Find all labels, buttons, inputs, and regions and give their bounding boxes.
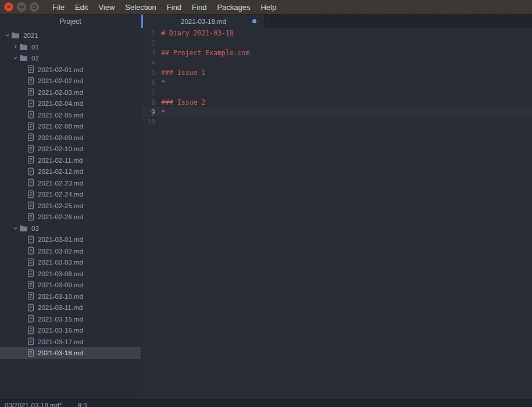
tree-item-2021-02-03-md[interactable]: 2021-02-03.md [0,87,141,98]
tree-item-2021-02-05-md[interactable]: 2021-02-05.md [0,109,141,121]
editor-line-4[interactable]: 4 [141,58,532,67]
tree-item-2021-03-01-md[interactable]: 2021-03-01.md [0,234,141,245]
tree-item-2021-02-11-md[interactable]: 2021-02-11.md [0,155,141,166]
tree-item-label: 2021-02-11.md [38,156,83,164]
tree-item-2021[interactable]: 2021 [0,30,141,41]
close-button[interactable]: ✕ [4,2,13,12]
line-number: 10 [141,118,161,126]
menu-edit-1[interactable]: Edit [70,0,93,15]
file-icon [27,88,34,96]
project-panel-header: Project [0,15,141,28]
menu-packages-6[interactable]: Packages [212,0,255,15]
tree-item-label: 03 [31,224,39,232]
main-area: Project 202101022021-02-01.md2021-02-02.… [0,15,532,399]
tree-item-2021-02-12-md[interactable]: 2021-02-12.md [0,166,141,177]
menu-find-4[interactable]: Find [162,0,187,15]
line-number: 7 [141,88,161,97]
line-text: * [161,78,165,87]
line-number: 9 [141,108,161,116]
tree-item-label: 2021-02-24.md [38,190,83,198]
line-number: 6 [141,78,161,87]
editor-line-2[interactable]: 2 [141,38,532,48]
tree-item-2021-03-08-md[interactable]: 2021-03-08.md [0,268,141,280]
line-text: ### Issue 2 [161,98,205,106]
tree-item-2021-02-23-md[interactable]: 2021-02-23.md [0,177,141,189]
tree-item-label: 01 [31,43,39,51]
tree-item-2021-02-08-md[interactable]: 2021-02-08.md [0,120,141,132]
tree-item-2021-03-15-md[interactable]: 2021-03-15.md [0,313,141,325]
minimize-button[interactable] [17,2,26,12]
tree-item-2021-02-10-md[interactable]: 2021-02-10.md [0,143,141,155]
tree-item-2021-03-18-md[interactable]: 2021-03-18.md [0,347,141,359]
tree-item-2021-03-03-md[interactable]: 2021-03-03.md [0,256,141,268]
tree-item-label: 2021-02-08.md [38,122,83,130]
menu-selection-3[interactable]: Selection [120,0,161,15]
file-icon [27,269,34,277]
editor-line-8[interactable]: 8### Issue 2 [141,97,532,107]
tree-item-2021-02-01-md[interactable]: 2021-02-01.md [0,64,141,76]
menu-help-7[interactable]: Help [255,0,281,15]
chevron-right-icon[interactable] [12,44,19,49]
chevron-down-icon[interactable] [12,226,19,231]
file-icon [27,258,34,266]
editor-line-1[interactable]: 1# Diary 2021-03-18 [141,28,532,38]
tree-item-label: 2021-02-04.md [38,99,83,107]
modified-dot-icon[interactable] [252,19,256,23]
tree-item-label: 2021-03-15.md [38,315,83,323]
tree-item-2021-02-24-md[interactable]: 2021-02-24.md [0,188,141,200]
file-icon [27,349,34,357]
status-cursor-position[interactable]: 9:3 [77,402,87,407]
line-number: 4 [141,59,161,67]
tree-item-label: 2021 [23,31,38,39]
tree-item-03[interactable]: 03 [0,223,141,234]
tree-item-2021-03-10-md[interactable]: 2021-03-10.md [0,291,141,302]
editor-line-3[interactable]: 3## Project Example.com [141,48,532,58]
tab-bar: 2021-03-18.md [141,15,532,28]
menu-file-0[interactable]: File [47,0,70,15]
file-icon [27,281,34,289]
tree-item-label: 2021-02-03.md [38,88,83,96]
editor-line-7[interactable]: 7 [141,87,532,97]
minimize-icon [19,6,24,8]
editor-line-9[interactable]: 9* [141,107,532,117]
file-tree: 202101022021-02-01.md2021-02-02.md2021-0… [0,28,141,359]
tree-item-02[interactable]: 02 [0,52,141,64]
file-icon [27,315,34,323]
tree-item-01[interactable]: 01 [0,41,141,53]
text-editor[interactable]: 1# Diary 2021-03-1823## Project Example.… [141,28,532,399]
tree-item-label: 2021-03-01.md [38,235,83,243]
tree-item-2021-02-09-md[interactable]: 2021-02-09.md [0,132,141,144]
status-bar: 03/2021-03-18.md* 9:3 [0,399,532,407]
tree-item-2021-02-25-md[interactable]: 2021-02-25.md [0,200,141,212]
tree-item-2021-03-02-md[interactable]: 2021-03-02.md [0,245,141,257]
editor-line-5[interactable]: 5### Issue 1 [141,67,532,77]
file-icon [27,77,34,85]
tree-item-2021-03-09-md[interactable]: 2021-03-09.md [0,279,141,291]
tree-item-label: 2021-03-16.md [38,326,83,334]
tab-2021-03-18[interactable]: 2021-03-18.md [143,15,265,28]
tree-item-2021-03-16-md[interactable]: 2021-03-16.md [0,324,141,336]
file-icon [27,65,34,73]
chevron-down-icon[interactable] [3,33,11,38]
tree-item-2021-02-02-md[interactable]: 2021-02-02.md [0,75,141,87]
tree-item-label: 2021-02-02.md [38,77,83,84]
tree-item-2021-02-04-md[interactable]: 2021-02-04.md [0,98,141,109]
chevron-down-icon[interactable] [12,55,19,60]
editor-line-10[interactable]: 10 [141,117,532,127]
tree-item-2021-03-17-md[interactable]: 2021-03-17.md [0,336,141,348]
window-controls: ✕ [4,2,39,12]
menu-find-5[interactable]: Find [187,0,212,15]
tree-item-label: 2021-02-05.md [38,111,83,119]
maximize-button[interactable] [30,2,39,12]
tree-item-label: 2021-02-09.md [38,134,83,141]
tree-item-2021-02-26-md[interactable]: 2021-02-26.md [0,211,141,223]
menu-view-2[interactable]: View [93,0,120,15]
editor-line-6[interactable]: 6* [141,77,532,87]
file-icon [27,156,34,164]
tree-item-label: 2021-03-03.md [38,258,83,266]
status-file-path[interactable]: 03/2021-03-18.md* [5,402,62,407]
tree-item-2021-03-11-md[interactable]: 2021-03-11.md [0,302,141,313]
file-icon [27,110,34,119]
tab-title: 2021-03-18.md [181,18,226,25]
file-icon [27,337,34,345]
